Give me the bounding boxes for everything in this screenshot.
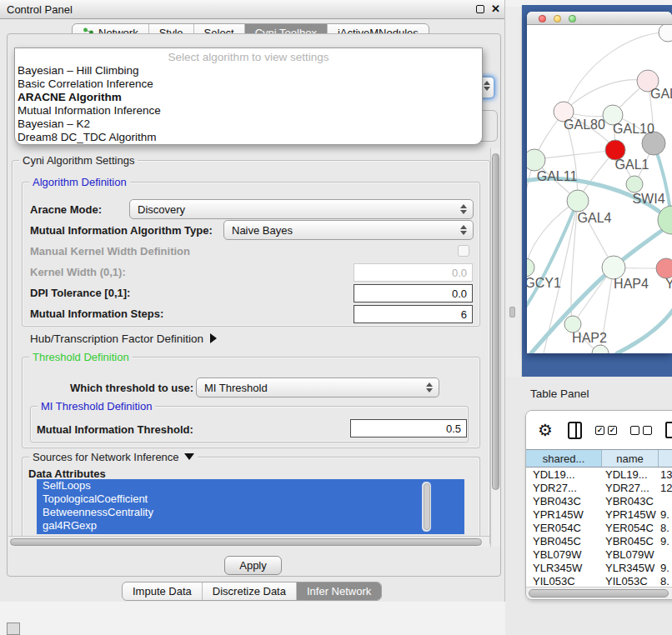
table-cell: 8.	[659, 575, 672, 587]
tab-impute-data[interactable]: Impute Data	[123, 582, 203, 600]
network-node[interactable]	[656, 258, 672, 278]
manual-kernel-label: Manual Kernel Width Definition	[30, 245, 190, 258]
column-header-name[interactable]: name	[602, 450, 659, 467]
export-table-icon[interactable]	[665, 422, 672, 438]
network-node[interactable]	[626, 176, 643, 192]
table-panel-region: Table Panel ⚙ ✓✓ shared... name YDL19...…	[505, 377, 672, 635]
select-all-columns-icon[interactable]: ✓✓	[595, 426, 617, 435]
dpi-tolerance-field[interactable]: 0.0	[354, 284, 473, 302]
minimized-panel-icon[interactable]	[7, 622, 20, 635]
which-threshold-combo[interactable]: MI Threshold	[196, 378, 439, 398]
panel-divider[interactable]	[505, 7, 522, 377]
network-node-label: SWI4	[632, 192, 664, 206]
kernel-width-field[interactable]: 0.0	[354, 263, 473, 282]
zoom-traffic-light[interactable]	[569, 15, 576, 22]
deselect-all-columns-icon[interactable]	[630, 426, 652, 435]
control-panel-title: Control Panel	[7, 3, 73, 16]
network-node[interactable]	[527, 149, 545, 171]
table-horizontal-scrollbar[interactable]	[526, 587, 672, 599]
mi-type-combo[interactable]: Naive Bayes	[223, 220, 474, 240]
kernel-width-value: 0.0	[452, 267, 467, 279]
table-scrollbar-thumb[interactable]	[529, 589, 669, 598]
threshold-definition-title: Threshold Definition	[29, 351, 133, 363]
table-row[interactable]: YER054CYER054C8.	[526, 522, 672, 535]
table-row[interactable]: YIL053CYIL053C8.	[526, 575, 672, 587]
tab-discretize-data[interactable]: Discretize Data	[203, 582, 297, 600]
network-node[interactable]	[527, 258, 534, 277]
tab-infer-network[interactable]: Infer Network	[297, 582, 381, 600]
mi-steps-field[interactable]: 6	[354, 305, 473, 323]
table-cell: YER054C	[602, 522, 659, 535]
table-row[interactable]: YLR345WYLR345W9.	[526, 562, 672, 575]
cyni-algorithm-settings-title: Cyni Algorithm Settings	[19, 154, 138, 167]
close-icon[interactable]: ✕	[491, 2, 500, 15]
column-header-partial[interactable]	[659, 450, 672, 467]
algorithm-option[interactable]: Bayesian – K2	[15, 118, 482, 131]
network-view-window[interactable]: GALGAL80GAL10GAL1GAL11SWI4GAL4GCY1HAP4YH…	[527, 12, 672, 353]
algorithm-option[interactable]: Mutual Information Inference	[15, 104, 482, 118]
horizontal-scrollbar-thumb[interactable]	[10, 538, 482, 546]
data-attributes-list[interactable]: SelfLoopsTopologicalCoefficientBetweenne…	[37, 479, 464, 534]
table-row[interactable]: YDR27...YDR27...12	[526, 482, 672, 495]
network-graph[interactable]: GALGAL80GAL10GAL1GAL11SWI4GAL4GCY1HAP4YH…	[527, 25, 672, 353]
settings-horizontal-scrollbar[interactable]	[8, 536, 489, 547]
aracne-mode-combo[interactable]: Discovery	[129, 199, 474, 219]
data-attribute-item[interactable]: SelfLoops	[37, 479, 464, 492]
attributes-scrollbar[interactable]	[422, 482, 431, 532]
table-cell: YIL053C	[602, 575, 659, 587]
table-cell: 9.	[659, 535, 672, 548]
close-traffic-light[interactable]	[539, 15, 546, 22]
network-node-label: HAP4	[614, 277, 649, 291]
algorithm-placeholder: Select algorithm to view settings	[15, 48, 482, 64]
network-edge[interactable]	[564, 80, 648, 112]
sources-group-title[interactable]: Sources for Network Inference	[29, 451, 198, 463]
network-node-label: GAL1	[615, 158, 649, 172]
table-row[interactable]: YDL19...YDL19...13	[526, 468, 672, 482]
data-attribute-item[interactable]: TopologicalCoefficient	[37, 492, 464, 506]
divider-grip[interactable]	[509, 307, 515, 318]
algorithm-option[interactable]: Basic Correlation Inference	[15, 78, 482, 91]
table-cell: YPR145W	[526, 508, 602, 522]
table-row[interactable]: YPR145WYPR145W9.	[526, 508, 672, 522]
hub-definition-toggle[interactable]: Hub/Transcription Factor Definition	[30, 332, 217, 345]
gear-icon[interactable]: ⚙	[538, 420, 553, 440]
table-panel-title: Table Panel	[530, 388, 589, 400]
network-node[interactable]	[567, 190, 589, 212]
dpi-tolerance-label: DPI Tolerance [0,1]:	[30, 287, 130, 299]
data-attribute-item[interactable]: gal4RGexp	[37, 519, 464, 532]
data-attribute-item[interactable]: BetweennessCentrality	[37, 506, 464, 519]
mi-threshold-field[interactable]: 0.5	[350, 419, 467, 438]
apply-button[interactable]: Apply	[224, 556, 282, 575]
table-cell: YLR345W	[602, 562, 659, 575]
network-node[interactable]	[564, 316, 581, 332]
expand-right-icon	[210, 333, 217, 343]
columns-icon[interactable]	[568, 422, 582, 439]
manual-kernel-checkbox[interactable]	[458, 245, 469, 257]
mi-threshold-group-title: MI Threshold Definition	[38, 400, 155, 412]
cyni-bottom-tabbar: Impute Data Discretize Data Infer Networ…	[122, 582, 382, 601]
algorithm-option[interactable]: ARACNE Algorithm	[15, 91, 482, 104]
table-row[interactable]: YBR045CYBR045C9.	[526, 535, 672, 548]
network-edge[interactable]	[527, 201, 578, 312]
algorithm-option[interactable]: Dream8 DC_TDC Algorithm	[15, 131, 482, 144]
network-node-label: GAL	[650, 87, 672, 101]
table-cell: YPR145W	[602, 508, 659, 522]
minimize-traffic-light[interactable]	[554, 15, 561, 22]
float-panel-icon[interactable]	[476, 5, 484, 13]
network-node[interactable]	[602, 256, 625, 279]
table-row[interactable]: YBL079WYBL079W	[526, 548, 672, 562]
table-row[interactable]: YBR043CYBR043C	[526, 495, 672, 508]
network-node[interactable]	[659, 25, 672, 42]
network-node[interactable]	[592, 345, 609, 353]
network-node-label: GCY1	[527, 276, 561, 290]
table-cell: 13	[659, 468, 672, 482]
screen: Control Panel ✕ Network Style Select Cyn…	[0, 0, 672, 635]
vertical-scrollbar-thumb[interactable]	[492, 153, 499, 490]
column-header-shared-name[interactable]: shared...	[526, 450, 602, 467]
algorithm-option[interactable]: Bayesian – Hill Climbing	[15, 64, 482, 78]
mi-steps-value: 6	[461, 308, 467, 321]
table-cell: YBR045C	[526, 535, 602, 548]
network-edge[interactable]	[617, 307, 672, 353]
settings-vertical-scrollbar[interactable]	[490, 148, 500, 547]
table-cell	[659, 495, 672, 508]
